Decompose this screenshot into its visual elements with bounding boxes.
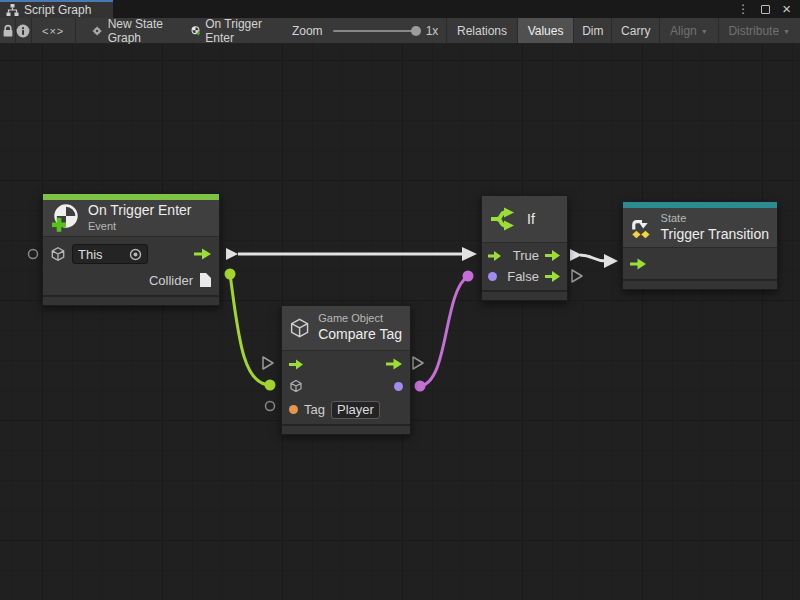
- node-category: Game Object: [318, 312, 402, 326]
- align-dropdown: Align ▼: [660, 18, 718, 43]
- node-header[interactable]: State Trigger Transition: [623, 208, 777, 247]
- node-category: State: [661, 212, 769, 226]
- bool-output-port[interactable]: [394, 382, 403, 391]
- title-bar: Script Graph ⋮ ×: [0, 0, 800, 18]
- tag-value: Player: [337, 402, 374, 417]
- flow-output-port[interactable]: [194, 248, 212, 260]
- carry-label: Carry: [621, 24, 650, 38]
- port-hint-comparetag-flow-in[interactable]: [263, 357, 273, 369]
- node-port-rows: Tag Player: [282, 350, 410, 422]
- info-icon: [16, 24, 30, 38]
- port-comparetag-result-output[interactable]: [415, 381, 426, 392]
- dim-label: Dim: [582, 24, 603, 38]
- maximize-icon[interactable]: [761, 5, 770, 14]
- node-header[interactable]: Game Object Compare Tag: [282, 306, 410, 350]
- lock-button[interactable]: [0, 18, 15, 43]
- graph-toolbar: <×> New State Graph On Trigger Enter Zoo…: [0, 18, 800, 44]
- wire-value-comparetag-to-if[interactable]: [420, 276, 468, 386]
- port-row-tag: Tag Player: [282, 397, 410, 422]
- flow-input-port[interactable]: [488, 251, 502, 261]
- flow-input-port[interactable]: [630, 258, 647, 270]
- node-footer: [623, 279, 777, 289]
- event-reference-button[interactable]: On Trigger Enter: [191, 17, 262, 45]
- toolbar-separator: [75, 18, 76, 43]
- distribute-label: Distribute: [728, 24, 779, 38]
- info-button[interactable]: [16, 18, 31, 43]
- state-transition-icon: [630, 213, 653, 243]
- flow-input-port[interactable]: [289, 359, 304, 370]
- gameobject-cube-icon: [289, 313, 310, 343]
- script-graph-icon: [6, 4, 19, 16]
- port-row-true: True: [482, 245, 567, 266]
- condition-input-port[interactable]: [488, 272, 497, 281]
- window-menu-icon[interactable]: ⋮: [737, 3, 749, 15]
- port-hint-comparetag-flow-out[interactable]: [413, 357, 423, 369]
- relations-label: Relations: [457, 24, 507, 38]
- zoom-control: Zoom 1x: [292, 24, 438, 38]
- port-row-gameobject: [282, 375, 410, 397]
- port-if-condition-input[interactable]: [463, 271, 474, 282]
- node-on-trigger-enter[interactable]: On Trigger Enter Event This: [42, 193, 220, 306]
- new-state-graph-button[interactable]: New State Graph: [92, 17, 166, 45]
- false-label: False: [507, 269, 539, 284]
- node-footer: [43, 295, 219, 305]
- port-hint-this-input[interactable]: [29, 250, 38, 259]
- event-reference-label: On Trigger Enter: [205, 17, 262, 45]
- new-state-graph-label: New State Graph: [108, 17, 167, 45]
- flow-output-port[interactable]: [386, 358, 403, 370]
- port-row-flow: [282, 353, 410, 375]
- port-row-false: False: [482, 266, 567, 287]
- zoom-label: Zoom: [292, 24, 323, 38]
- tag-value-field[interactable]: Player: [331, 401, 380, 419]
- gameobject-cube-icon: [50, 246, 66, 262]
- node-title: Trigger Transition: [661, 226, 769, 244]
- node-compare-tag[interactable]: Game Object Compare Tag: [281, 305, 411, 435]
- gameobject-input-icon[interactable]: [289, 379, 303, 393]
- align-label: Align: [670, 24, 697, 38]
- window-controls: ⋮ ×: [737, 0, 800, 18]
- wire-start-arrow[interactable]: [570, 249, 582, 261]
- node-header[interactable]: On Trigger Enter Event: [43, 200, 219, 236]
- node-footer: [282, 424, 410, 434]
- this-target-dropdown[interactable]: This: [72, 244, 148, 264]
- tab-script-graph[interactable]: Script Graph: [0, 0, 113, 18]
- node-port-rows: [623, 247, 777, 277]
- close-icon[interactable]: ×: [782, 1, 791, 16]
- wire-end-arrow: [462, 247, 477, 261]
- node-port-rows: True False: [482, 242, 567, 287]
- wire-flow-if-true-to-transition[interactable]: [580, 255, 606, 261]
- wire-start-arrow[interactable]: [226, 248, 238, 260]
- port-row-collider: Collider: [43, 268, 219, 292]
- tag-label: Tag: [304, 402, 325, 417]
- port-hint-tag-input[interactable]: [266, 402, 275, 411]
- target-picker-icon[interactable]: [129, 248, 142, 261]
- if-branch-icon: [489, 204, 519, 234]
- true-flow-output-port[interactable]: [545, 250, 561, 261]
- code-preview-button[interactable]: <×>: [32, 18, 75, 43]
- lock-icon: [2, 24, 14, 38]
- carry-toggle[interactable]: Carry: [612, 18, 659, 43]
- port-collider-output[interactable]: [225, 269, 236, 280]
- zoom-value: 1x: [426, 24, 439, 38]
- zoom-slider-handle[interactable]: [411, 26, 421, 36]
- node-if[interactable]: If True False: [481, 195, 568, 301]
- port-row-this: This: [43, 240, 219, 268]
- node-title: Compare Tag: [318, 326, 402, 344]
- zoom-slider[interactable]: [333, 30, 417, 32]
- node-header[interactable]: If: [482, 196, 567, 242]
- port-hint-if-false-out[interactable]: [572, 270, 582, 282]
- values-toggle[interactable]: Values: [518, 18, 574, 43]
- distribute-dropdown: Distribute ▼: [718, 18, 800, 43]
- tab-label: Script Graph: [24, 3, 91, 17]
- port-comparetag-gameobject-input[interactable]: [265, 380, 276, 391]
- node-trigger-transition[interactable]: State Trigger Transition: [622, 201, 778, 290]
- relations-toggle[interactable]: Relations: [447, 18, 517, 43]
- event-icon-small: [191, 23, 201, 38]
- tag-input-port[interactable]: [289, 405, 298, 414]
- chevron-down-icon: ▼: [701, 28, 708, 35]
- false-flow-output-port[interactable]: [545, 271, 561, 282]
- graph-canvas[interactable]: On Trigger Enter Event This: [0, 44, 800, 600]
- dim-toggle[interactable]: Dim: [574, 18, 611, 43]
- chevron-down-icon: ▼: [783, 28, 790, 35]
- wire-value-collider-to-comparetag[interactable]: [230, 274, 270, 385]
